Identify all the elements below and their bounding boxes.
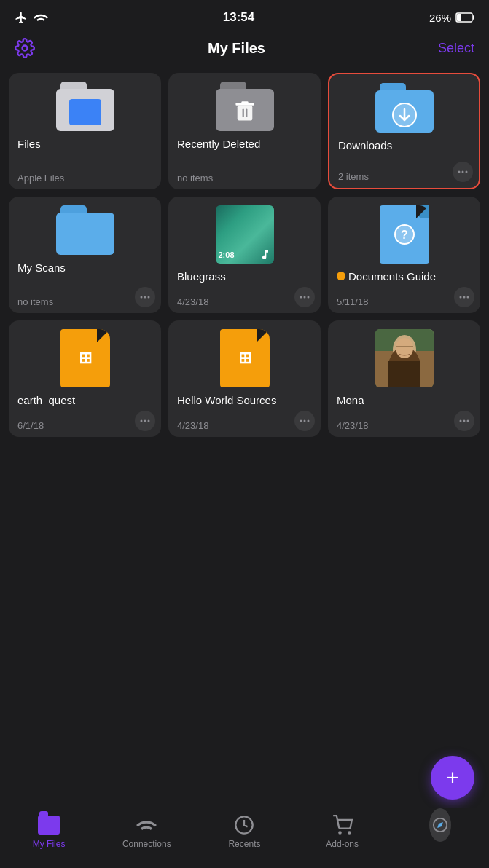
my-files-folder-icon: [38, 816, 60, 835]
my-scans-more-button[interactable]: [135, 287, 155, 307]
documents-guide-meta: 5/11/18: [337, 293, 368, 307]
connections-tab-icon: [136, 814, 157, 836]
tab-recents[interactable]: Recents: [215, 814, 273, 849]
mona-icon-area: [337, 329, 472, 387]
recents-tab-label: Recents: [228, 839, 260, 849]
orange-dot: [337, 272, 345, 280]
svg-point-11: [458, 171, 461, 173]
music-note-icon: [259, 249, 271, 261]
add-ons-tab-icon: [332, 814, 353, 836]
svg-rect-36: [388, 361, 420, 387]
recently-deleted-name: Recently Deleted: [177, 137, 260, 151]
airplane-icon: [15, 11, 28, 24]
earth-quest-more-button[interactable]: [135, 411, 155, 431]
tab-bar: My Files Connections Recents Add-ons: [0, 808, 489, 868]
mona-more-button[interactable]: [454, 411, 474, 431]
documents-guide-icon-area: ?: [337, 205, 472, 264]
downloads-item[interactable]: Downloads 2 items: [328, 73, 480, 189]
my-scans-icon-area: [17, 205, 152, 255]
svg-point-31: [308, 420, 310, 422]
bluegrass-item[interactable]: 2:08 Bluegrass 4/23/18: [168, 197, 321, 313]
my-scans-meta: no items: [17, 293, 53, 307]
svg-rect-6: [241, 101, 248, 103]
more-dots-icon: [459, 296, 469, 299]
documents-guide-item[interactable]: ? Documents Guide 5/11/18: [328, 197, 480, 313]
files-item[interactable]: Files Apple Files: [9, 73, 161, 189]
svg-point-27: [144, 420, 146, 422]
fab-plus-icon: +: [446, 765, 459, 790]
fab-add-button[interactable]: +: [431, 756, 474, 800]
recently-deleted-item[interactable]: Recently Deleted no items: [168, 73, 321, 189]
svg-point-26: [141, 420, 143, 422]
tab-navigator[interactable]: [411, 814, 469, 836]
svg-point-16: [148, 296, 150, 299]
svg-rect-4: [237, 106, 252, 121]
select-button[interactable]: Select: [438, 41, 474, 56]
documents-guide-doc-icon: ?: [380, 205, 429, 264]
zip-symbol: ⊞: [238, 349, 251, 368]
earth-quest-meta: 6/1/18: [17, 417, 44, 431]
more-dots-icon: [140, 419, 150, 422]
svg-point-28: [148, 420, 150, 422]
svg-text:?: ?: [401, 229, 408, 241]
my-files-tab-label: My Files: [33, 839, 66, 849]
my-scans-item[interactable]: My Scans no items: [9, 197, 161, 313]
mona-image: [375, 329, 434, 387]
my-scans-folder-icon: [56, 205, 114, 255]
downloads-more-button[interactable]: [453, 162, 473, 182]
downloads-meta: 2 items: [338, 168, 369, 182]
files-item-name: Files: [17, 137, 41, 151]
help-icon: ?: [393, 223, 416, 246]
clock-tab-icon: [234, 815, 254, 835]
downloads-icon-area: [338, 83, 470, 133]
bluegrass-name: Bluegrass: [177, 269, 226, 284]
recently-deleted-icon-area: [177, 82, 312, 131]
documents-guide-more-button[interactable]: [454, 287, 474, 307]
svg-point-18: [304, 296, 306, 299]
earth-quest-item[interactable]: ⊞ earth_quest 6/1/18: [9, 320, 161, 437]
bluegrass-thumbnail: 2:08: [216, 205, 274, 264]
bluegrass-icon-area: 2:08: [177, 205, 312, 264]
tab-my-files[interactable]: My Files: [20, 814, 78, 849]
svg-point-41: [467, 420, 469, 422]
downloads-folder-icon: [375, 83, 434, 133]
battery-percent: 26%: [429, 12, 451, 24]
trash-icon: [235, 100, 255, 124]
cart-tab-icon: [332, 815, 353, 835]
my-files-tab-icon: [38, 814, 60, 836]
settings-button[interactable]: [15, 38, 35, 58]
svg-point-15: [144, 296, 146, 299]
battery-icon: [455, 12, 474, 23]
status-right: 26%: [429, 12, 474, 24]
hello-world-more-button[interactable]: [294, 411, 315, 431]
bluegrass-more-button[interactable]: [294, 287, 315, 307]
svg-marker-46: [437, 822, 443, 828]
recently-deleted-meta: no items: [177, 170, 213, 184]
files-item-meta: Apple Files: [17, 170, 64, 184]
recently-deleted-folder-icon: [216, 82, 274, 131]
tab-connections[interactable]: Connections: [117, 814, 176, 849]
svg-point-29: [300, 420, 302, 422]
tab-add-ons[interactable]: Add-ons: [313, 814, 372, 849]
add-ons-tab-label: Add-ons: [326, 839, 359, 849]
files-folder-icon: [56, 82, 114, 131]
svg-point-30: [304, 420, 306, 422]
download-icon: [391, 102, 418, 128]
page-title: My Files: [208, 40, 265, 57]
downloads-name: Downloads: [338, 138, 392, 153]
svg-point-23: [460, 296, 462, 299]
mona-meta: 4/23/18: [337, 417, 368, 431]
documents-guide-name: Documents Guide: [337, 269, 436, 284]
navigator-tab-icon: [429, 814, 451, 836]
bluegrass-duration: 2:08: [219, 250, 235, 259]
svg-point-19: [308, 296, 310, 299]
header: My Files Select: [0, 32, 489, 67]
mona-item[interactable]: Mona 4/23/18: [328, 320, 480, 437]
svg-rect-7: [242, 108, 243, 117]
more-dots-icon: [458, 170, 468, 173]
mona-name: Mona: [337, 393, 364, 408]
hello-world-item[interactable]: ⊞ Hello World Sources 4/23/18: [168, 320, 321, 437]
status-left: [15, 11, 48, 24]
status-time: 13:54: [223, 10, 254, 25]
wifi-icon: [34, 12, 48, 23]
